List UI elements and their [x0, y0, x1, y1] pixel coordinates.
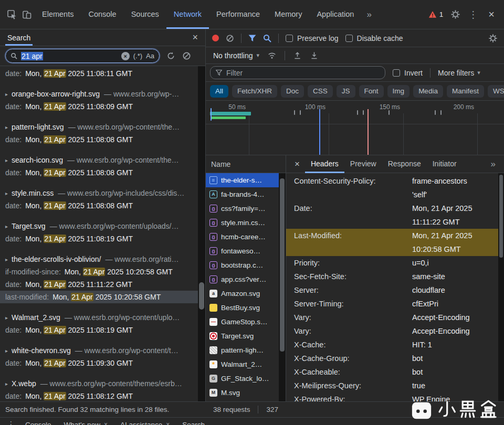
search-input[interactable]: 21 apr × (.*) Aa	[5, 49, 160, 63]
filter-toggle-icon[interactable]	[248, 35, 256, 42]
tab-console[interactable]: Console	[81, 0, 123, 29]
tab-sources[interactable]: Sources	[124, 0, 166, 29]
expand-triangle-icon[interactable]: ▸	[5, 224, 8, 229]
search-result-line[interactable]: date:Mon, 21 Apr 2025 11:08:12 GMT	[0, 390, 198, 401]
request-row[interactable]: pattern-ligh…	[206, 343, 286, 357]
request-row[interactable]: Afa-brands-4…	[206, 187, 286, 201]
invert-checkbox[interactable]	[393, 69, 400, 77]
request-row[interactable]: ≡the-elder-s…	[206, 173, 286, 187]
filter-chip-css[interactable]: CSS	[308, 85, 333, 98]
filter-chip-doc[interactable]: Doc	[281, 85, 304, 98]
drawer-kebab-icon[interactable]: ⋮	[3, 418, 19, 425]
search-result-line[interactable]: date:Mon, 21 Apr 2025 11:08:19 GMT	[0, 324, 198, 336]
scrollbar-thumb[interactable]	[199, 282, 204, 310]
search-result-file[interactable]: ▸Walmart_2.svg— www.esrb.org/wp-content/…	[0, 311, 198, 324]
regex-toggle-button[interactable]: (.*)	[133, 52, 142, 60]
scrollbar-thumb[interactable]	[499, 175, 503, 258]
search-result-line[interactable]: date:Mon, 21 Apr 2025 11:08:08 GMT	[0, 199, 198, 212]
preserve-log-toggle[interactable]: Preserve log	[286, 34, 339, 42]
expand-triangle-icon[interactable]: ▸	[5, 190, 8, 196]
tab-initiator[interactable]: Initiator	[427, 155, 463, 173]
drawer-tab-ai-assistance[interactable]: AI assistance×	[114, 418, 176, 425]
filter-chip-all[interactable]: All	[210, 85, 228, 98]
expand-triangle-icon[interactable]: ▸	[5, 348, 8, 354]
filter-input[interactable]: Filter	[210, 66, 385, 79]
search-result-line[interactable]: last-modified:Mon, 21 Apr 2025 10:20:58 …	[0, 291, 198, 303]
expand-triangle-icon[interactable]: ▸	[5, 381, 8, 387]
device-toolbar-icon[interactable]	[20, 8, 34, 22]
tab-performance[interactable]: Performance	[209, 0, 267, 29]
request-row[interactable]: MM.svg	[206, 386, 286, 400]
request-row[interactable]: {}app.css?ver…	[206, 272, 286, 286]
search-panel-close-icon[interactable]: ×	[190, 32, 200, 43]
scrollbar-thumb[interactable]	[280, 178, 285, 352]
match-case-toggle-button[interactable]: Aa	[146, 52, 154, 60]
drawer-tab-what-s-new[interactable]: What's new×	[58, 418, 114, 425]
more-panels-chevron-icon[interactable]: »	[362, 9, 375, 20]
request-row[interactable]: Target.svg	[206, 329, 286, 343]
settings-gear-icon[interactable]	[448, 8, 462, 22]
tab-response[interactable]: Response	[382, 155, 427, 173]
search-results-scrollbar[interactable]	[198, 66, 205, 401]
expand-triangle-icon[interactable]: ▸	[5, 124, 8, 130]
request-row[interactable]: BestBuy.svg	[206, 301, 286, 315]
search-result-file[interactable]: ▸the-elder-scrolls-iv-oblivion/— www.esr…	[0, 253, 198, 265]
preserve-log-checkbox[interactable]	[286, 35, 293, 42]
close-icon[interactable]: ×	[166, 421, 170, 425]
filter-chip-manifest[interactable]: Manifest	[447, 85, 484, 98]
export-har-icon[interactable]	[310, 51, 319, 60]
search-result-line[interactable]: date:Mon, 21 Apr 2025 11:08:08 GMT	[0, 166, 198, 179]
request-row[interactable]: {}css?family=…	[206, 201, 286, 216]
throttling-dropdown[interactable]: No throttling ▾	[213, 51, 259, 60]
search-result-line[interactable]: date:Mon, 21 Apr 2025 11:11:22 GMT	[0, 278, 198, 291]
search-result-line[interactable]: date:Mon, 21 Apr 2025 11:08:08 GMT	[0, 133, 198, 146]
search-result-line[interactable]: date:Mon, 21 Apr 2025 11:08:09 GMT	[0, 100, 198, 113]
error-badge[interactable]: 1	[424, 10, 448, 18]
tab-headers[interactable]: Headers	[305, 155, 344, 173]
filter-chip-img[interactable]: Img	[387, 85, 410, 98]
disable-cache-checkbox[interactable]	[345, 35, 353, 42]
search-result-file[interactable]: ▸white-chevron.svg— www.esrb.org/wp-cont…	[0, 344, 198, 357]
request-row[interactable]: aAmazon.svg	[206, 286, 286, 301]
search-result-line[interactable]: date:Mon, 21 Apr 2025 11:08:19 GMT	[0, 232, 198, 245]
tab-application[interactable]: Application	[309, 0, 361, 29]
network-settings-gear-icon[interactable]	[488, 34, 498, 43]
tab-preview[interactable]: Preview	[344, 155, 382, 173]
search-result-file[interactable]: ▸search-icon.svg— www.esrb.org/wp-conten…	[0, 154, 198, 166]
more-filters-dropdown[interactable]: More filters ▾	[438, 69, 480, 77]
drawer-tab-console[interactable]: Console	[19, 418, 58, 425]
filter-chip-media[interactable]: Media	[413, 85, 443, 98]
expand-triangle-icon[interactable]: ▸	[5, 315, 8, 321]
search-network-icon[interactable]	[263, 34, 271, 42]
drawer-tab-search[interactable]: Search	[176, 418, 211, 425]
details-scrollbar[interactable]	[498, 173, 504, 401]
network-conditions-icon[interactable]	[267, 51, 277, 60]
expand-triangle-icon[interactable]: ▸	[5, 257, 8, 262]
tab-memory[interactable]: Memory	[267, 0, 309, 29]
search-result-file[interactable]: ▸pattern-light.svg— www.esrb.org/wp-cont…	[0, 121, 198, 133]
filter-chip-font[interactable]: Font	[359, 85, 384, 98]
request-row[interactable]: {}fontaweso…	[206, 244, 286, 258]
inspect-icon[interactable]	[5, 8, 19, 22]
tab-elements[interactable]: Elements	[35, 0, 81, 29]
request-row[interactable]: *Walmart_2…	[206, 357, 286, 371]
search-result-file[interactable]: ▸Target.svg— www.esrb.org/wp-content/upl…	[0, 220, 198, 232]
overview-timeline[interactable]: 50 ms100 ms150 ms200 ms	[206, 101, 504, 155]
clear-network-log-button[interactable]	[226, 34, 234, 42]
request-row[interactable]: {}bootstrap.c…	[206, 258, 286, 272]
refresh-search-button[interactable]	[166, 51, 175, 60]
filter-chip-ws[interactable]: WS	[488, 85, 504, 98]
import-har-icon[interactable]	[293, 51, 302, 60]
search-result-line[interactable]: if-modified-since:Mon, 21 Apr 2025 10:20…	[0, 265, 198, 278]
name-column-header[interactable]: Name	[206, 155, 286, 173]
more-detail-tabs-icon[interactable]: »	[487, 159, 500, 169]
filter-chip-fetch-xhr[interactable]: Fetch/XHR	[232, 85, 277, 98]
clear-search-button[interactable]	[182, 51, 191, 60]
record-button[interactable]	[212, 35, 219, 41]
request-row[interactable]: {}style.min.cs…	[206, 216, 286, 230]
close-details-icon[interactable]: ×	[290, 159, 304, 169]
search-result-file[interactable]: ▸orange-box-arrow-right.svg— www.esrb.or…	[0, 88, 198, 100]
tab-network[interactable]: Network	[166, 0, 209, 29]
search-result-line[interactable]: date:Mon, 21 Apr 2025 11:08:11 GMT	[0, 67, 198, 80]
kebab-menu-icon[interactable]: ⋮	[463, 9, 483, 20]
